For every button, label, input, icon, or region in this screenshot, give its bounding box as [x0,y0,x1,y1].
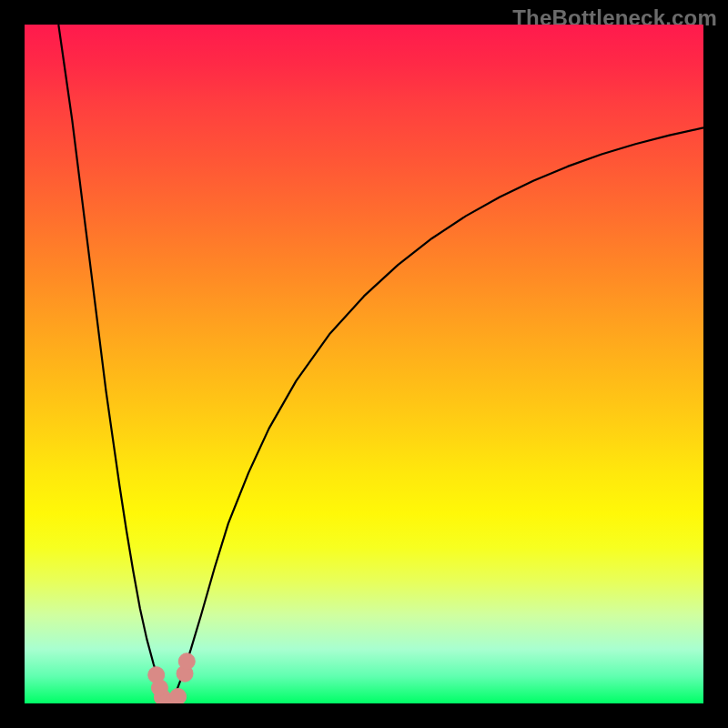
data-marker [178,653,195,670]
data-marker [170,689,187,703]
data-markers [148,653,196,703]
chart-frame: TheBottleneck.com [0,0,728,728]
bottleneck-curve [58,25,703,703]
plot-area [25,25,703,703]
curve-layer [25,25,703,703]
